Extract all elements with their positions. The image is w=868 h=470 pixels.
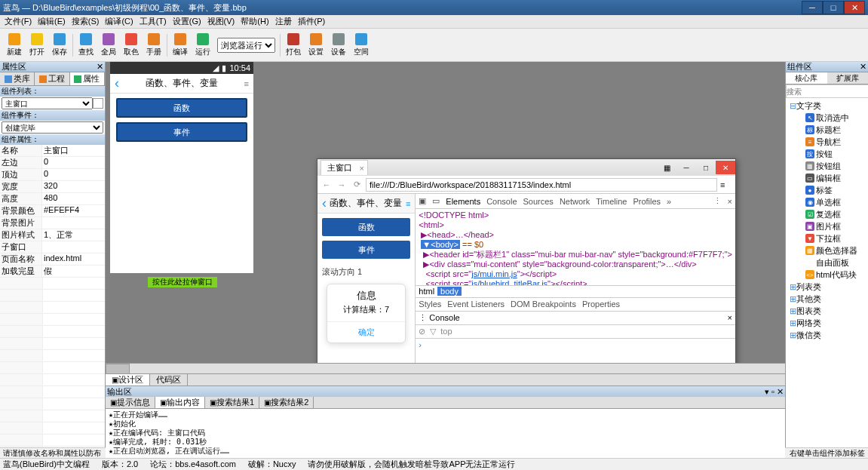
br-min-button[interactable]: ─ bbox=[676, 161, 696, 174]
menu-plugin[interactable]: 插件(P) bbox=[295, 16, 329, 27]
btab2-hint[interactable]: ▣ 提示信息 bbox=[106, 397, 155, 408]
tb-manual[interactable]: 手册 bbox=[143, 30, 165, 60]
br-back-icon[interactable]: ← bbox=[321, 180, 333, 189]
dt-tab-elements[interactable]: Elements bbox=[446, 197, 480, 206]
tree-item[interactable]: ⊟文字类 bbox=[787, 100, 866, 112]
dt-tab-timeline[interactable]: Timeline bbox=[596, 197, 627, 206]
tree-item[interactable]: ⊞图表类 bbox=[787, 305, 866, 317]
tree-item[interactable]: ⊞列表类 bbox=[787, 281, 866, 293]
menu-compile[interactable]: 编译(C) bbox=[102, 16, 136, 27]
event-select[interactable]: 创建完毕 bbox=[2, 121, 103, 134]
tree-item[interactable]: ⊞网络类 bbox=[787, 317, 866, 329]
design-canvas[interactable]: ◢▮10:54 ‹ 函数、事件、变量 ≡ 函数 事件 按住此处拉伸窗口 主窗口×… bbox=[106, 62, 785, 373]
br-system-icon[interactable]: ▦ bbox=[657, 161, 676, 174]
menu-view[interactable]: 视图(V) bbox=[204, 16, 238, 27]
tb-global[interactable]: 全局 bbox=[97, 30, 120, 60]
tree-item[interactable]: ↖取消选中 bbox=[787, 112, 866, 124]
tb-save[interactable]: 保存 bbox=[48, 30, 71, 60]
dt-filter-icon[interactable]: ▽ bbox=[430, 327, 436, 336]
tb-compile[interactable]: 编译 bbox=[169, 30, 192, 60]
dt-console-drawer[interactable]: ⋮ Console× bbox=[416, 311, 735, 324]
btab2-search2[interactable]: ▣ 搜索结果2 bbox=[259, 397, 314, 408]
tb-find[interactable]: 查找 bbox=[75, 30, 97, 60]
component-select[interactable]: 主窗口 bbox=[2, 97, 93, 109]
dt-tab-network[interactable]: Network bbox=[560, 197, 590, 206]
menu-tools[interactable]: 工具(T) bbox=[136, 16, 170, 27]
maximize-button[interactable]: □ bbox=[823, 1, 844, 14]
dt-close-icon[interactable]: × bbox=[728, 197, 732, 206]
menu-edit[interactable]: 编辑(E) bbox=[35, 16, 69, 27]
tree-item[interactable]: ⊞微信类 bbox=[787, 329, 866, 341]
tree-item[interactable]: ●标签 bbox=[787, 184, 866, 196]
right-panel-close-icon[interactable]: ✕ bbox=[860, 62, 866, 72]
dt-inspect-icon[interactable]: ▣ bbox=[419, 196, 426, 206]
br-max-button[interactable]: □ bbox=[696, 161, 716, 174]
left-panel-close-icon[interactable]: ✕ bbox=[97, 62, 103, 72]
br-url-input[interactable] bbox=[366, 178, 717, 192]
tab-close-icon[interactable]: × bbox=[360, 164, 364, 173]
menu-help[interactable]: 帮助(H) bbox=[238, 16, 271, 27]
tree-item[interactable]: ▦按钮组 bbox=[787, 160, 866, 172]
tree-item[interactable]: 标标题栏 bbox=[787, 124, 866, 136]
tb-pack[interactable]: 打包 bbox=[282, 30, 305, 60]
tb-new[interactable]: 新建 bbox=[3, 30, 26, 60]
btab2-output[interactable]: ▣ 输出内容 bbox=[155, 397, 205, 408]
output-close-icon[interactable]: ▾ ▫ ✕ bbox=[765, 387, 784, 397]
dt-console-close-icon[interactable]: × bbox=[728, 313, 732, 322]
tb-device[interactable]: 设备 bbox=[327, 30, 350, 60]
page-btn-func[interactable]: 函数 bbox=[322, 218, 410, 236]
tree-item[interactable]: ▣图片框 bbox=[787, 220, 866, 232]
tree-item[interactable]: ⊞其他类 bbox=[787, 293, 866, 305]
br-menu-icon[interactable]: ≡ bbox=[720, 180, 732, 189]
menu-search[interactable]: 搜索(S) bbox=[69, 16, 103, 27]
phone-menu-icon[interactable]: ≡ bbox=[244, 79, 249, 88]
br-close-button[interactable]: ✕ bbox=[716, 161, 735, 174]
dt-sub-styles[interactable]: Styles bbox=[419, 300, 441, 309]
dt-tab-console[interactable]: Console bbox=[486, 197, 517, 206]
phone-btn-event[interactable]: 事件 bbox=[116, 122, 247, 142]
dt-clear-icon[interactable]: ⊘ bbox=[419, 327, 425, 336]
tb-color[interactable]: 取色 bbox=[120, 30, 143, 60]
dialog-ok-button[interactable]: 确定 bbox=[327, 321, 405, 343]
page-btn-event[interactable]: 事件 bbox=[322, 241, 410, 259]
tree-item[interactable]: ▦颜色选择器 bbox=[787, 244, 866, 257]
br-reload-icon[interactable]: ⟳ bbox=[351, 180, 363, 189]
tree-item[interactable]: ◉单选框 bbox=[787, 196, 866, 208]
btab2-search1[interactable]: ▣ 搜索结果1 bbox=[205, 397, 259, 408]
tree-item[interactable]: ▼下拉框 bbox=[787, 232, 866, 244]
menu-file[interactable]: 文件(F) bbox=[2, 16, 35, 27]
dt-dom-tree[interactable]: <!DOCTYPE html> <html> ▶<head>…</head> ▼… bbox=[416, 209, 735, 285]
phone-btn-func[interactable]: 函数 bbox=[116, 98, 247, 118]
tab-props[interactable]: 属性 bbox=[70, 72, 105, 85]
tb-space[interactable]: 空间 bbox=[350, 30, 373, 60]
tb-settings[interactable]: 设置 bbox=[305, 30, 327, 60]
dt-menu-icon[interactable]: ⋮ bbox=[713, 196, 722, 206]
canvas-h-scrollbar[interactable] bbox=[106, 363, 785, 373]
resize-handle[interactable]: 按住此处拉伸窗口 bbox=[148, 277, 217, 287]
phone-preview[interactable]: ◢▮10:54 ‹ 函数、事件、变量 ≡ 函数 事件 bbox=[110, 62, 253, 273]
menu-settings[interactable]: 设置(G) bbox=[170, 16, 204, 27]
page-menu-icon[interactable]: ≡ bbox=[406, 199, 410, 208]
tb-runmode-select[interactable]: 浏览器运行 bbox=[217, 38, 275, 53]
tree-item[interactable]: <>html代码块 bbox=[787, 269, 866, 281]
dt-tab-profiles[interactable]: Profiles bbox=[633, 197, 661, 206]
component-browse-button[interactable] bbox=[93, 98, 103, 109]
dt-more-icon[interactable]: » bbox=[667, 197, 671, 206]
btab-code[interactable]: 代码区 bbox=[150, 374, 188, 386]
dt-sub-breakpoints[interactable]: DOM Breakpoints bbox=[511, 300, 576, 309]
property-grid[interactable]: 名称主窗口左边0顶边0宽度320高度480背景颜色#EFEFF4背景图片图片样式… bbox=[0, 145, 105, 278]
tree-item[interactable]: ▭自由面板 bbox=[787, 257, 866, 269]
dt-sub-listeners[interactable]: Event Listeners bbox=[447, 300, 505, 309]
tb-open[interactable]: 打开 bbox=[26, 30, 48, 60]
tree-item[interactable]: 按按钮 bbox=[787, 148, 866, 160]
tree-item[interactable]: ☑复选框 bbox=[787, 208, 866, 220]
rtab-ext[interactable]: 扩展库 bbox=[827, 72, 869, 84]
btab-design[interactable]: ▣ 设计区 bbox=[106, 374, 150, 386]
component-search-input[interactable] bbox=[786, 84, 868, 98]
dt-device-icon[interactable]: ▭ bbox=[432, 196, 440, 206]
dt-tab-sources[interactable]: Sources bbox=[523, 197, 554, 206]
dt-breadcrumb[interactable]: html body bbox=[416, 285, 735, 297]
minimize-button[interactable]: ─ bbox=[802, 1, 823, 14]
browser-tab[interactable]: 主窗口× bbox=[321, 160, 368, 175]
tab-lib[interactable]: 类库 bbox=[0, 72, 35, 85]
